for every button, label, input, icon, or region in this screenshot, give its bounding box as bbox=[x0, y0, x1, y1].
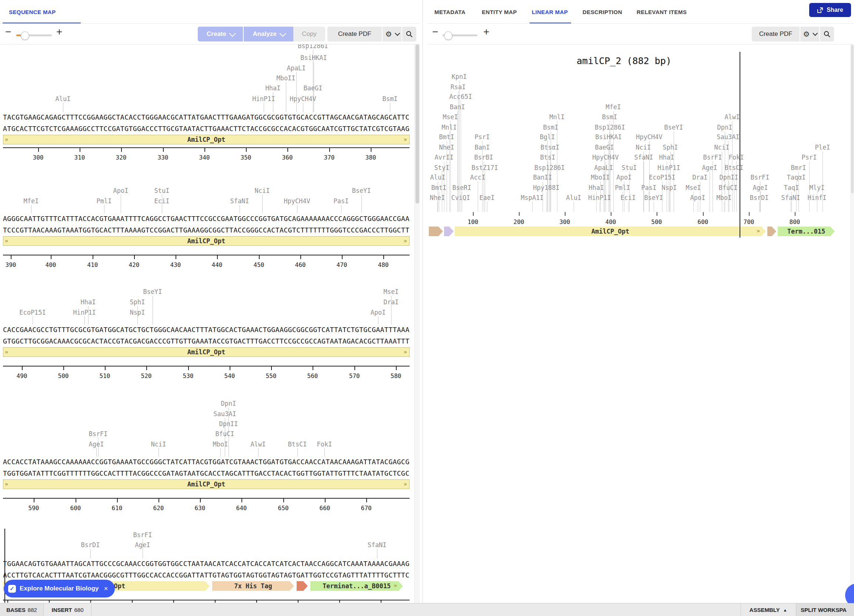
enzyme-label[interactable]: NciI bbox=[714, 144, 730, 151]
check-icon[interactable]: ✓ bbox=[8, 585, 16, 593]
enzyme-label[interactable]: AlwI bbox=[725, 113, 740, 121]
enzyme-label[interactable]: StuI bbox=[154, 187, 169, 194]
enzyme-label[interactable]: BtsαI bbox=[540, 144, 559, 151]
enzyme-label[interactable]: HinfI bbox=[807, 194, 826, 201]
enzyme-label[interactable]: TaqI bbox=[784, 184, 799, 192]
annotation-arrow[interactable]: AmilCP_Opt»» bbox=[3, 135, 410, 144]
enzyme-label[interactable]: BmtI bbox=[439, 133, 454, 141]
enzyme-label[interactable]: SphI bbox=[663, 144, 678, 151]
enzyme-label[interactable]: AluI bbox=[566, 194, 581, 201]
enzyme-label[interactable]: NheI bbox=[430, 194, 445, 201]
enzyme-label[interactable]: ApaLI bbox=[287, 64, 305, 72]
enzyme-label[interactable]: BseYI bbox=[143, 288, 162, 295]
enzyme-label[interactable]: EciI bbox=[154, 197, 169, 205]
enzyme-label[interactable]: NheI bbox=[439, 144, 454, 151]
annotation-arrow[interactable] bbox=[767, 227, 776, 236]
enzyme-label[interactable]: BsrBI bbox=[474, 154, 493, 161]
enzyme-label[interactable]: EcoP15I bbox=[19, 309, 46, 316]
enzyme-label[interactable]: BmrI bbox=[791, 164, 806, 171]
enzyme-label[interactable]: EaeI bbox=[480, 194, 495, 201]
enzyme-label[interactable]: MboII bbox=[276, 75, 295, 82]
enzyme-label[interactable]: BanII bbox=[533, 173, 552, 181]
enzyme-label[interactable]: PmlI bbox=[615, 184, 630, 192]
enzyme-label[interactable]: NciI bbox=[151, 441, 166, 448]
annotation-arrow[interactable] bbox=[444, 227, 454, 236]
enzyme-label[interactable]: BsmI bbox=[383, 95, 398, 103]
tab-sequence-map[interactable]: SEQUENCE MAP bbox=[9, 9, 56, 15]
enzyme-label[interactable]: HinP1I bbox=[588, 194, 611, 201]
enzyme-label[interactable]: NciI bbox=[636, 144, 651, 151]
enzyme-label[interactable]: AgeI bbox=[89, 441, 104, 448]
enzyme-label[interactable]: BseYI bbox=[664, 124, 683, 131]
enzyme-label[interactable]: BsrDI bbox=[81, 541, 100, 549]
enzyme-label[interactable]: AvrII bbox=[435, 154, 453, 161]
enzyme-label[interactable]: HpyCH4V bbox=[636, 133, 663, 141]
enzyme-label[interactable]: PsrI bbox=[475, 133, 490, 141]
share-button[interactable]: Share bbox=[809, 3, 851, 17]
enzyme-label[interactable]: ApoI bbox=[690, 194, 706, 201]
enzyme-label[interactable]: Sau3AI bbox=[214, 410, 236, 418]
enzyme-label[interactable]: MspA1I bbox=[521, 194, 543, 201]
assembly-toggle[interactable]: ASSEMBLY ▲ bbox=[741, 604, 796, 616]
enzyme-label[interactable]: SfaNI bbox=[230, 197, 249, 205]
settings-button[interactable]: ⚙ bbox=[383, 27, 402, 41]
sequence-line-bottom[interactable]: TGGTGGATATTTCGGTTTTTTGGCCACTTTTACGGCCCGA… bbox=[3, 469, 410, 477]
sequence-line-bottom[interactable]: TCCCGTTAACAAAGTAAATGGTGCACTTTAAAAGTCCGGA… bbox=[3, 226, 410, 234]
enzyme-label[interactable]: BsiHKAI bbox=[595, 133, 622, 141]
zoom-slider-thumb[interactable] bbox=[444, 32, 453, 40]
annotation-arrow[interactable]: Terminat...a_B0015» bbox=[310, 581, 403, 591]
enzyme-label[interactable]: SfaNI bbox=[781, 194, 800, 201]
enzyme-label[interactable]: MseI bbox=[443, 113, 458, 121]
enzyme-label[interactable]: MnlI bbox=[442, 124, 457, 131]
create-pdf-button[interactable]: Create PDF bbox=[752, 27, 800, 41]
enzyme-label[interactable]: NspI bbox=[130, 309, 145, 316]
sequence-line-top[interactable]: CACCGAACGCCTGTTTGCGCGTGATGGCATGCTGCTGGGC… bbox=[3, 326, 410, 333]
enzyme-label[interactable]: FokI bbox=[729, 154, 744, 161]
enzyme-label[interactable]: DpnI bbox=[221, 400, 236, 407]
enzyme-label[interactable]: DpnII bbox=[219, 420, 238, 427]
enzyme-label[interactable]: MseI bbox=[384, 288, 399, 295]
enzyme-label[interactable]: BfuCI bbox=[215, 430, 234, 438]
sequence-line-bottom[interactable]: GTGGCTTGCGGACAAACGCGCACTACCGTACGACGACCCG… bbox=[3, 337, 410, 345]
sequence-line-top[interactable]: TGGAACAGTGTGAAATTAGCATTGCCCGCAAACCGGTGGT… bbox=[3, 560, 410, 567]
enzyme-label[interactable]: BsrFI bbox=[88, 430, 107, 438]
enzyme-label[interactable]: HinP1I bbox=[252, 95, 275, 103]
annotation-arrow[interactable]: AmilCP_Opt»» bbox=[3, 479, 410, 489]
settings-button[interactable]: ⚙ bbox=[800, 27, 820, 41]
enzyme-label[interactable]: MboI bbox=[213, 441, 228, 448]
tab-linear-map[interactable]: LINEAR MAP bbox=[532, 9, 568, 15]
enzyme-label[interactable]: SfaNI bbox=[634, 154, 653, 161]
enzyme-label[interactable]: PmlI bbox=[97, 197, 112, 205]
enzyme-label[interactable]: StuI bbox=[622, 164, 637, 171]
copy-button[interactable]: Copy bbox=[293, 27, 325, 41]
zoom-out-button[interactable]: − bbox=[5, 26, 11, 38]
enzyme-label[interactable]: MfeI bbox=[606, 103, 621, 111]
enzyme-label[interactable]: StyI bbox=[435, 164, 450, 171]
analyze-button[interactable]: Analyze bbox=[244, 27, 293, 41]
enzyme-label[interactable]: SphI bbox=[130, 298, 145, 306]
enzyme-label[interactable]: BtsI bbox=[540, 154, 555, 161]
map-cursor-line[interactable] bbox=[740, 52, 740, 238]
sequence-map-canvas[interactable]: Bsp1286IBsiHKAIApaLIMboIIHhaIBaeGIHinP1I… bbox=[0, 44, 419, 603]
enzyme-label[interactable]: HpyCH4V bbox=[592, 154, 619, 161]
enzyme-label[interactable]: HhaI bbox=[265, 84, 281, 92]
enzyme-label[interactable]: AgeI bbox=[753, 184, 768, 192]
right-scrollbar-thumb[interactable] bbox=[851, 45, 854, 193]
enzyme-label[interactable]: PsrI bbox=[802, 154, 817, 161]
enzyme-label[interactable]: Acc65I bbox=[449, 93, 472, 100]
zoom-in-button[interactable]: + bbox=[483, 26, 489, 38]
panel-divider[interactable] bbox=[422, 0, 423, 603]
enzyme-label[interactable]: DraI bbox=[692, 173, 708, 181]
enzyme-label[interactable]: ApaLI bbox=[594, 164, 613, 171]
left-scrollbar[interactable] bbox=[415, 44, 420, 603]
enzyme-label[interactable]: BfuCI bbox=[718, 184, 737, 192]
enzyme-label[interactable]: HhaI bbox=[81, 298, 96, 306]
enzyme-label[interactable]: BseYI bbox=[352, 187, 371, 194]
enzyme-label[interactable]: AgeI bbox=[135, 541, 150, 549]
create-pdf-button[interactable]: Create PDF bbox=[327, 27, 382, 41]
enzyme-label[interactable]: MlyI bbox=[810, 184, 825, 192]
enzyme-label[interactable]: PasI bbox=[641, 184, 657, 192]
enzyme-label[interactable]: BsiHKAI bbox=[300, 54, 327, 61]
enzyme-label[interactable]: BtsCI bbox=[288, 441, 307, 448]
enzyme-label[interactable]: NciI bbox=[255, 187, 270, 194]
